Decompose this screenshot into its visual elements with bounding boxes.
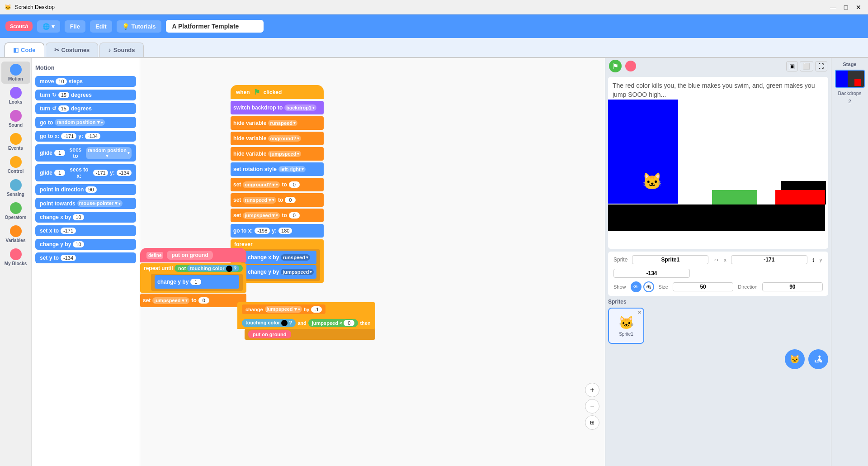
- gotoxy-block[interactable]: go to x: -171 y: -134: [35, 131, 136, 142]
- sprites-section: Sprites ✕ 🐱 Sprite1: [608, 299, 828, 344]
- changex-block[interactable]: change x by 10: [35, 212, 136, 223]
- sprites-title: Sprites: [608, 299, 627, 305]
- sidebar-item-operators[interactable]: Operators: [1, 200, 30, 222]
- setx-block[interactable]: set x to -171: [35, 225, 136, 236]
- show-visible-button[interactable]: 👁: [631, 281, 642, 292]
- hide-runspeed-block[interactable]: hide variable runspeed: [231, 116, 324, 130]
- sidebar-item-motion[interactable]: Motion: [1, 62, 30, 84]
- tab-code[interactable]: ◧ Code: [5, 43, 44, 57]
- sidebar-item-motion-label: Motion: [8, 76, 23, 81]
- define-block[interactable]: define put on ground: [140, 248, 246, 262]
- fullscreen-button[interactable]: ⛶: [815, 61, 827, 71]
- if-condition-block[interactable]: change jumpspeed ▾ by -1: [237, 302, 375, 317]
- glide-xy-block[interactable]: glide 1 secs to x: -171 y: -134: [35, 164, 136, 181]
- close-button[interactable]: ✕: [854, 2, 863, 12]
- if-condition-row[interactable]: touching color ? and jumpspeed < 0 then: [237, 317, 375, 329]
- sidebar-item-looks[interactable]: Looks: [1, 85, 30, 107]
- sidebar-item-myblocks[interactable]: My Blocks: [1, 246, 30, 268]
- small-stage-button[interactable]: ▣: [786, 61, 798, 71]
- delete-sprite-button[interactable]: ✕: [637, 309, 642, 315]
- backdrops-count: 2: [835, 99, 864, 104]
- stage-panel-label: Stage: [835, 62, 864, 67]
- zoom-in-button[interactable]: +: [585, 383, 599, 397]
- big-stage-button[interactable]: ⬜: [800, 61, 813, 71]
- tutorials-button[interactable]: 💡 Tutorials: [117, 20, 161, 33]
- sidebar-item-control[interactable]: Control: [1, 154, 30, 176]
- sidebar-item-control-label: Control: [8, 169, 24, 174]
- turn-ccw-block[interactable]: turn ↺ 15 degrees: [35, 103, 136, 114]
- minimize-button[interactable]: —: [828, 2, 838, 12]
- block-palette: Motion move 10 steps turn ↻ 15 degrees t…: [32, 58, 140, 466]
- towards-block[interactable]: point towards mouse-pointer ▾: [35, 198, 136, 209]
- add-backdrop-button[interactable]: 🏞: [808, 349, 828, 369]
- show-buttons: 👁 👁‍🗨: [631, 281, 654, 292]
- stage-red-platform: [775, 190, 825, 204]
- goto-block[interactable]: go to random position ▾: [35, 117, 136, 128]
- rotation-style-block[interactable]: set rotation style left-right: [231, 162, 324, 176]
- direction-block[interactable]: point in direction 90: [35, 184, 136, 195]
- right-panel: ⚑ ▣ ⬜ ⛶ The red color kills you, the blu…: [605, 58, 831, 466]
- green-flag-button[interactable]: ⚑: [609, 60, 622, 72]
- sprite-size-input[interactable]: [673, 282, 733, 291]
- project-title-input[interactable]: [166, 20, 264, 33]
- sprite-label: Sprite: [613, 257, 627, 263]
- sidebar-item-sound[interactable]: Sound: [1, 108, 30, 130]
- changey-block[interactable]: change y by 10: [35, 239, 136, 250]
- turn-cw-block[interactable]: turn ↻ 15 degrees: [35, 90, 136, 100]
- set-jumpspeed-block[interactable]: set jumpspeed ▾ to 0: [231, 209, 324, 222]
- set-jumpspeed-0[interactable]: set jumpspeed ▾ to 0: [140, 294, 246, 307]
- sprite-thumb-sprite1[interactable]: ✕ 🐱 Sprite1: [608, 308, 644, 344]
- variables-dot: [10, 225, 22, 237]
- goto-xy-block[interactable]: go to x: -198 y: 180: [231, 224, 324, 238]
- sidebar-item-variables[interactable]: Variables: [1, 223, 30, 245]
- lightbulb-icon: 💡: [122, 23, 129, 30]
- change-x-runspeed[interactable]: change x by runspeed: [245, 251, 316, 264]
- when-flag-clicked-block[interactable]: when ⚑ clicked: [231, 85, 324, 99]
- tab-sounds[interactable]: ♪ Sounds: [99, 43, 143, 57]
- show-hidden-button[interactable]: 👁‍🗨: [643, 281, 654, 292]
- sidebar-item-sensing[interactable]: Sensing: [1, 177, 30, 199]
- sprite-x-input[interactable]: [731, 255, 807, 264]
- switch-backdrop-block[interactable]: switch backdrop to backdrop1: [231, 101, 324, 114]
- motion-dot: [10, 64, 22, 76]
- glide-to-block[interactable]: glide 1 secs to random position ▾: [35, 144, 136, 162]
- topbar: Scratch 🌐 ▾ File Edit 💡 Tutorials: [0, 14, 868, 38]
- stage-mini-preview[interactable]: [835, 70, 865, 88]
- if-block-stack[interactable]: change jumpspeed ▾ by -1 touching color …: [237, 302, 375, 340]
- file-menu-button[interactable]: File: [65, 20, 85, 33]
- stage-container: The red color kills you, the blue makes …: [608, 77, 828, 249]
- set-runspeed-block[interactable]: set runspeed ▾ to 0: [231, 193, 324, 207]
- move-block[interactable]: move 10 steps: [35, 76, 136, 87]
- sprite-name-input[interactable]: [632, 255, 708, 264]
- y-label: y: [820, 257, 822, 262]
- sprite-y-input[interactable]: [613, 269, 690, 278]
- palette-title: Motion: [35, 64, 136, 71]
- y-arrow-icon: ↕: [812, 256, 815, 263]
- tab-costumes[interactable]: ✂ Costumes: [46, 43, 99, 57]
- edit-menu-button[interactable]: Edit: [90, 20, 112, 33]
- add-sprite-button[interactable]: 🐱: [785, 349, 805, 369]
- stage-canvas: The red color kills you, the blue makes …: [608, 77, 828, 231]
- stop-button[interactable]: [625, 61, 636, 71]
- stage-text-overlay: The red color kills you, the blue makes …: [613, 81, 824, 99]
- globe-button[interactable]: 🌐 ▾: [37, 20, 60, 33]
- change-y-jumpspeed[interactable]: change y by jumpspeed: [245, 265, 316, 279]
- maximize-button[interactable]: □: [841, 2, 851, 12]
- sidebar-item-myblocks-label: My Blocks: [5, 261, 27, 266]
- sety-block[interactable]: set y to -134: [35, 252, 136, 263]
- canvas-area[interactable]: when ⚑ clicked switch backdrop to backdr…: [140, 58, 605, 466]
- sidebar-item-operators-label: Operators: [5, 215, 27, 220]
- set-onground-block[interactable]: set onground? ▾ to 0: [231, 178, 324, 191]
- sidebar-item-events[interactable]: Events: [1, 131, 30, 153]
- zoom-out-button[interactable]: −: [585, 399, 599, 414]
- change-y-1[interactable]: change y by 1: [155, 275, 239, 289]
- define-stack[interactable]: define put on ground repeat until not to…: [140, 248, 246, 308]
- sprite-direction-input[interactable]: [762, 282, 823, 291]
- hide-jumpspeed-block[interactable]: hide variable jumpspeed: [231, 147, 324, 161]
- myblocks-dot: [10, 248, 22, 260]
- hide-onground-block[interactable]: hide variable onground?: [231, 132, 324, 145]
- repeat-until-block[interactable]: repeat until not touching color ? change…: [140, 263, 246, 293]
- put-on-ground-call[interactable]: put on ground: [248, 330, 291, 338]
- sprite-thumb-name: Sprite1: [619, 332, 633, 337]
- zoom-fit-button[interactable]: ⊞: [585, 415, 599, 430]
